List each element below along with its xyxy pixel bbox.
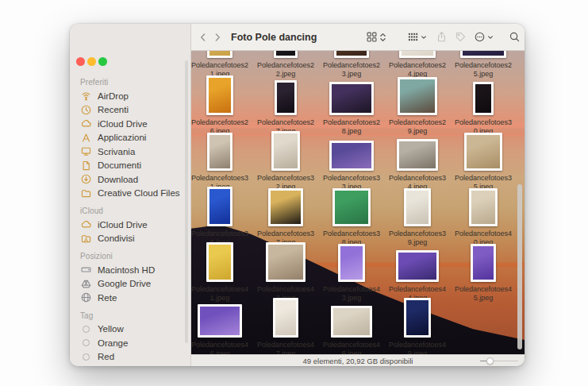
file-thumbnail[interactable]	[275, 80, 297, 115]
file-thumbnail[interactable]	[206, 242, 233, 282]
document-icon	[80, 160, 92, 172]
file-thumbnail[interactable]	[198, 304, 242, 338]
file-thumbnail[interactable]	[464, 133, 502, 171]
sidebar-item-icloud-drive[interactable]: iCloud Drive	[70, 117, 190, 131]
applications-icon	[80, 132, 92, 144]
sidebar-item-label: Macintosh HD	[98, 265, 155, 275]
sidebar-item-label: Documenti	[98, 160, 141, 170]
share-button[interactable]	[436, 24, 448, 50]
thumbnail-image	[340, 246, 363, 280]
file-thumbnail[interactable]	[207, 133, 233, 171]
sidebar-item-google-drive[interactable]: Google Drive	[70, 277, 190, 291]
globe-icon	[80, 291, 92, 303]
file-thumbnail[interactable]	[397, 139, 438, 171]
file-thumbnail[interactable]	[207, 51, 233, 58]
sidebar-item-label: Recenti	[98, 105, 129, 114]
thumbnail-image	[406, 191, 429, 224]
sidebar-item-airdrop[interactable]: AirDrop	[70, 89, 190, 103]
file-thumbnail[interactable]	[334, 51, 369, 58]
sidebar-item-documenti[interactable]: Documenti	[70, 159, 190, 173]
sidebar-item-casa[interactable]: Casa	[70, 364, 190, 366]
file-name: Poledancefotoes25.jpeg	[450, 61, 517, 78]
file-thumbnail[interactable]	[404, 188, 431, 226]
sidebar-item-label: Download	[98, 175, 138, 184]
file-name: Poledancefotoes22.jpeg	[252, 61, 319, 78]
sidebar-section-title: iCloud	[70, 200, 190, 218]
thumbnail-image	[475, 84, 491, 113]
search-button[interactable]	[509, 24, 521, 50]
thumbnail-image	[209, 135, 230, 168]
sidebar-item-yellow[interactable]: Yellow	[70, 322, 190, 337]
file-thumbnail[interactable]	[266, 242, 306, 282]
file-thumbnail[interactable]	[329, 82, 374, 115]
grid-view-icon	[366, 31, 378, 43]
status-text: 49 elementi, 20,92 GB disponibili	[303, 357, 413, 365]
thumbnail-image	[333, 308, 370, 335]
chevron-down-icon	[421, 34, 427, 41]
thumbnail-image	[209, 51, 230, 56]
slider-knob[interactable]	[486, 357, 494, 365]
sidebar-item-macintosh-hd[interactable]: Macintosh HD	[70, 263, 190, 277]
sidebar-item-download[interactable]: Download	[70, 172, 190, 187]
tag-button[interactable]	[455, 24, 467, 50]
tag-circle-icon	[80, 351, 92, 363]
zoom-button[interactable]	[98, 57, 107, 66]
icon-size-slider[interactable]	[480, 357, 518, 365]
view-switcher-button[interactable]	[366, 24, 386, 50]
file-thumbnail[interactable]	[271, 131, 300, 171]
file-thumbnail[interactable]	[473, 82, 494, 115]
forward-button[interactable]	[212, 24, 223, 50]
sidebar-section-title: Tag	[70, 305, 190, 322]
sidebar-item-rete[interactable]: Rete	[70, 291, 190, 305]
search-icon	[509, 31, 521, 43]
traffic-lights	[76, 57, 107, 66]
file-thumbnail[interactable]	[404, 298, 431, 338]
gdrive-icon	[80, 278, 92, 290]
file-thumbnail[interactable]	[398, 77, 437, 115]
thumbnail-image	[406, 300, 429, 335]
chevron-right-icon	[212, 32, 223, 43]
tag-circle-icon	[80, 337, 92, 349]
file-thumbnail[interactable]	[206, 75, 233, 115]
sidebar-item-orange[interactable]: Orange	[70, 336, 190, 350]
file-thumbnail[interactable]	[274, 51, 298, 58]
sidebar-item-recenti[interactable]: Recenti	[70, 103, 190, 118]
more-actions-button[interactable]	[474, 24, 494, 50]
thumbnail-image	[473, 246, 494, 280]
file-name: Poledancefotoes29.jpeg	[384, 118, 451, 135]
file-thumbnail[interactable]	[338, 244, 365, 282]
desktop-icon	[80, 145, 92, 157]
minimize-button[interactable]	[87, 57, 96, 66]
sidebar-item-label: Red	[98, 352, 114, 361]
sidebar-scrollbar[interactable]	[185, 60, 188, 343]
file-name: Poledancefotoes39.jpeg	[384, 230, 451, 246]
view-updown-chevrons-icon	[379, 32, 386, 43]
file-name: Poledancefotoes24.jpeg	[384, 61, 451, 78]
file-thumbnail[interactable]	[471, 244, 496, 282]
file-thumbnail[interactable]	[332, 188, 371, 226]
file-thumbnail[interactable]	[331, 306, 372, 338]
sidebar-item-label: Scrivania	[98, 147, 135, 156]
close-button[interactable]	[76, 57, 85, 66]
file-thumbnail[interactable]	[399, 51, 436, 58]
file-thumbnail[interactable]	[329, 141, 374, 171]
file-thumbnail[interactable]	[268, 188, 303, 226]
sidebar-item-applicazioni[interactable]: Applicazioni	[70, 131, 190, 145]
sidebar-item-scrivania[interactable]: Scrivania	[70, 145, 190, 159]
file-thumbnail[interactable]	[396, 250, 439, 282]
sidebar-item-red[interactable]: Red	[70, 350, 190, 365]
back-button[interactable]	[198, 24, 209, 50]
sidebar-section-title: Posizioni	[70, 245, 190, 263]
sidebar-item-condivisi[interactable]: Condivisi	[70, 232, 190, 246]
file-thumbnail[interactable]	[469, 188, 498, 226]
group-by-button[interactable]	[407, 24, 427, 50]
file-thumbnail[interactable]	[207, 187, 233, 226]
file-thumbnail[interactable]	[273, 298, 298, 338]
sidebar-item-icloud-drive[interactable]: iCloud Drive	[70, 218, 190, 232]
content-scrollbar[interactable]	[517, 184, 522, 349]
file-grid-view[interactable]: Poledancefotoes21.jpegPoledancefotoes22.…	[191, 51, 525, 354]
file-thumbnail[interactable]	[460, 51, 506, 58]
sidebar-item-creative-cloud-files[interactable]: Creative Cloud Files	[70, 187, 190, 201]
sidebar-item-label: AirDrop	[98, 91, 129, 101]
thumbnail-image	[400, 79, 435, 113]
